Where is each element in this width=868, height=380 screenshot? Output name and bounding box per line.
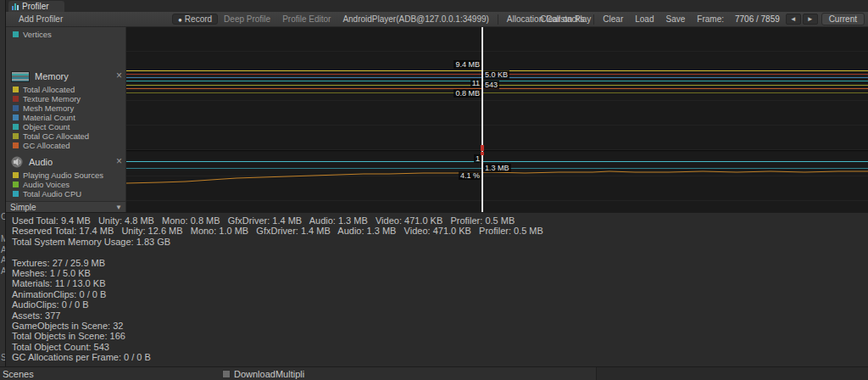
profiler-sidebar: Vertices Memory × Total Allocated Textur… bbox=[6, 27, 126, 212]
audio-chart[interactable]: 11.3 MB4.1 % bbox=[126, 152, 868, 212]
load-button[interactable]: Load bbox=[629, 14, 659, 25]
profile-editor-button[interactable]: Profile Editor bbox=[276, 14, 337, 25]
legend-item[interactable]: Total Allocated bbox=[6, 85, 125, 93]
toolbar: Add Profiler ●Record Deep Profile Profil… bbox=[6, 12, 868, 27]
legend-label: Total Audio CPU bbox=[23, 189, 81, 198]
detail-line: AnimationClips: 0 / 0 B bbox=[12, 289, 868, 299]
audio-module-title: Audio bbox=[29, 157, 53, 167]
chart-value-label: 9.4 MB bbox=[453, 60, 481, 69]
profiler-icon bbox=[12, 3, 19, 10]
memory-mode-dropdown[interactable]: Simple ▼ bbox=[6, 201, 126, 212]
legend-color-swatch bbox=[13, 105, 19, 111]
legend-label: GC Allocated bbox=[23, 141, 70, 150]
audio-icon bbox=[11, 156, 24, 168]
legend-color-swatch bbox=[13, 172, 19, 178]
detail-line: Assets: 377 bbox=[12, 310, 868, 321]
detail-line: Meshes: 1 / 5.0 KB bbox=[12, 268, 868, 278]
prev-frame-button[interactable]: ◄ bbox=[786, 14, 801, 25]
memory-module-header[interactable]: Memory × bbox=[6, 69, 125, 84]
chart-value-label: 11 bbox=[470, 79, 481, 87]
background-bottom-bar: Scenes DownloadMultipli bbox=[0, 366, 868, 380]
clear-button[interactable]: Clear bbox=[597, 14, 629, 25]
deep-profile-button[interactable]: Deep Profile bbox=[218, 14, 276, 25]
toolbar-center-group: ●Record Deep Profile Profile Editor Andr… bbox=[172, 12, 597, 26]
frame-marker-tick bbox=[481, 145, 484, 151]
chart-value-label: 1 bbox=[474, 154, 481, 163]
detail-line: Textures: 27 / 25.9 MB bbox=[12, 258, 868, 268]
legend-color-swatch bbox=[13, 191, 19, 197]
detail-line: GameObjects in Scene: 32 bbox=[12, 321, 868, 331]
target-dropdown[interactable]: AndroidPlayer(ADB@127.0.0.1:34999) bbox=[337, 14, 494, 25]
legend-label: Audio Voices bbox=[23, 180, 70, 189]
mode-label: Simple bbox=[10, 203, 36, 212]
download-item[interactable]: DownloadMultipli bbox=[222, 369, 304, 379]
script-icon bbox=[222, 370, 231, 378]
toolbar-right-group: Clear on Play Clear Load Save Frame: 770… bbox=[534, 12, 865, 26]
record-button[interactable]: ●Record bbox=[172, 14, 218, 25]
chart-value-label: 4.1 % bbox=[459, 171, 481, 180]
toolbar-left-group: Add Profiler bbox=[13, 12, 69, 26]
chevron-down-icon: ▼ bbox=[115, 204, 122, 211]
memory-module-title: Memory bbox=[35, 71, 69, 81]
legend-item[interactable]: Total GC Allocated bbox=[6, 131, 125, 140]
charts-area[interactable]: 9.4 MB5.0 KB115430.8 MB 11.3 MB4.1 % bbox=[126, 27, 868, 212]
save-button[interactable]: Save bbox=[660, 14, 692, 25]
legend-color-swatch bbox=[13, 124, 19, 130]
close-icon[interactable]: × bbox=[116, 70, 122, 81]
chart-series-line bbox=[126, 161, 868, 162]
chart-value-label: 543 bbox=[483, 81, 499, 89]
legend-item[interactable]: Object Count bbox=[6, 122, 125, 131]
memory-chart[interactable]: 9.4 MB5.0 KB115430.8 MB bbox=[126, 27, 868, 151]
profiler-window: Profiler Add Profiler ●Record Deep Profi… bbox=[5, 0, 868, 366]
legend-item[interactable]: Texture Memory bbox=[6, 94, 125, 103]
detail-line: Total System Memory Usage: 1.83 GB bbox=[12, 237, 868, 247]
tab-title: Profiler bbox=[22, 2, 49, 11]
detail-line: Total Objects in Scene: 166 bbox=[12, 331, 868, 341]
detail-line: Total Object Count: 543 bbox=[12, 342, 868, 352]
detail-line: Materials: 11 / 13.0 KB bbox=[12, 278, 868, 288]
chart-value-label: 0.8 MB bbox=[453, 89, 481, 98]
detail-line bbox=[12, 247, 868, 257]
bottom-bar-right-panel bbox=[596, 367, 868, 380]
audio-module-header[interactable]: Audio × bbox=[6, 154, 125, 170]
frame-value: 7706 / 7859 bbox=[730, 14, 785, 24]
profiler-main: Vertices Memory × Total Allocated Textur… bbox=[6, 27, 868, 212]
detail-line: GC Allocations per Frame: 0 / 0 B bbox=[12, 352, 868, 362]
legend-color-swatch bbox=[13, 115, 19, 120]
frame-marker-tick bbox=[481, 152, 484, 155]
tab-bar: Profiler bbox=[6, 0, 868, 12]
frame-label: Frame: bbox=[691, 14, 730, 25]
legend-label: Playing Audio Sources bbox=[23, 170, 103, 180]
detail-line: Reserved Total: 17.4 MB Unity: 12.6 MB M… bbox=[12, 226, 868, 236]
legend-item[interactable]: Total Audio CPU bbox=[6, 189, 125, 198]
legend-label: Total GC Allocated bbox=[23, 131, 89, 141]
current-frame-line[interactable] bbox=[481, 27, 483, 212]
legend-item[interactable]: Material Count bbox=[6, 113, 125, 121]
legend-label: Total Allocated bbox=[23, 85, 75, 94]
details-panel: Used Total: 9.4 MB Unity: 4.8 MB Mono: 0… bbox=[6, 212, 868, 366]
memory-icon bbox=[11, 71, 30, 82]
legend-item-vertices[interactable]: Vertices bbox=[6, 30, 125, 38]
record-dot-icon: ● bbox=[178, 16, 182, 24]
clear-on-play-button[interactable]: Clear on Play bbox=[534, 14, 597, 25]
add-profiler-dropdown[interactable]: Add Profiler bbox=[13, 14, 69, 25]
legend-item[interactable]: Audio Voices bbox=[6, 180, 125, 188]
legend-label: Vertices bbox=[23, 30, 52, 39]
legend-item[interactable]: Mesh Memory bbox=[6, 103, 125, 112]
current-frame-button[interactable]: Current bbox=[821, 13, 865, 25]
legend-label: Material Count bbox=[23, 113, 75, 122]
detail-line: AudioClips: 0 / 0 B bbox=[12, 299, 868, 310]
close-icon[interactable]: × bbox=[116, 155, 122, 167]
next-frame-button[interactable]: ► bbox=[803, 14, 818, 25]
legend-color-swatch bbox=[13, 133, 19, 139]
legend-item[interactable]: GC Allocated bbox=[6, 141, 125, 149]
legend-color-swatch bbox=[13, 31, 19, 37]
scenes-label: Scenes bbox=[3, 369, 34, 379]
chart-value-label: 5.0 KB bbox=[483, 70, 509, 79]
chart-series-line bbox=[126, 92, 868, 93]
toolbar-separator bbox=[498, 14, 498, 25]
legend-color-swatch bbox=[13, 96, 19, 102]
tab-profiler[interactable]: Profiler bbox=[8, 1, 64, 12]
legend-item[interactable]: Playing Audio Sources bbox=[6, 170, 125, 179]
legend-label: Mesh Memory bbox=[23, 103, 74, 113]
